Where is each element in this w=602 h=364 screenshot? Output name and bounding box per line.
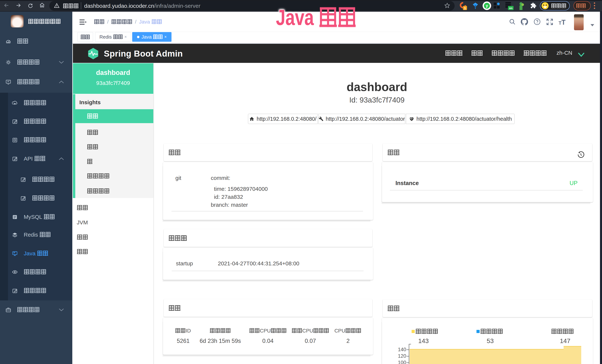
svg-text:1: 1 xyxy=(464,7,466,10)
svg-text:on: on xyxy=(509,7,512,10)
